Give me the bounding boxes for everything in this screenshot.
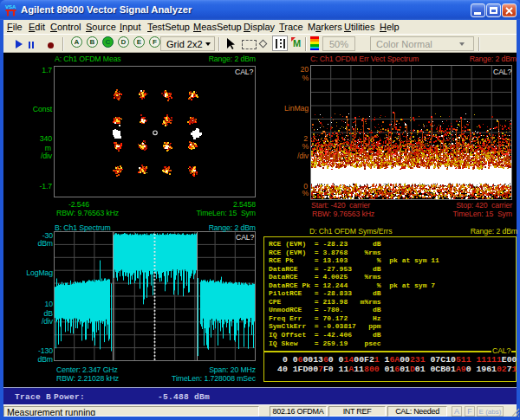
svg-text:VSA: VSA <box>5 4 16 10</box>
